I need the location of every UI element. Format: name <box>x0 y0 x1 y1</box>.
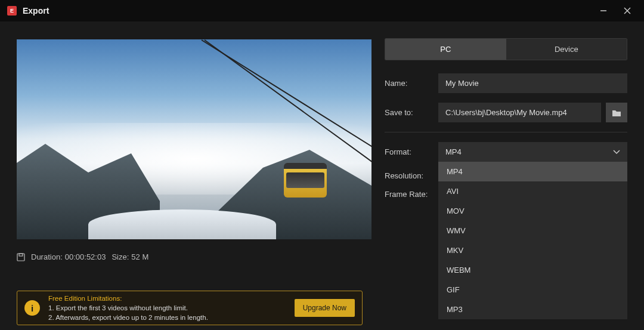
limitation-line-1: 1. Export the first 3 videos without len… <box>48 303 286 313</box>
svg-rect-3 <box>17 254 24 261</box>
video-preview <box>17 39 371 239</box>
format-option-mov[interactable]: MOV <box>438 201 627 221</box>
format-value: MP4 <box>445 147 462 156</box>
size-value: 52 M <box>131 252 148 261</box>
size-label: Size: <box>112 252 129 261</box>
minimize-button[interactable] <box>592 0 615 21</box>
duration-value: 00:00:52:03 <box>65 252 106 261</box>
limitation-line-2: 2. Afterwards, export video up to 2 minu… <box>48 313 286 322</box>
format-option-mp3[interactable]: MP3 <box>438 300 627 319</box>
svg-rect-4 <box>19 254 23 256</box>
framerate-label: Frame Rate: <box>385 190 430 199</box>
folder-icon <box>612 109 621 117</box>
save-path-input[interactable] <box>438 103 601 122</box>
format-option-mkv[interactable]: MKV <box>438 240 627 260</box>
upgrade-button[interactable]: Upgrade Now <box>295 299 355 317</box>
duration-label: Duration: <box>31 252 63 261</box>
limitation-notice: i Free Edition Limitations: 1. Export th… <box>17 291 363 325</box>
info-icon: i <box>24 300 40 316</box>
duration-info: Duration: 00:00:52:03 Size: 52 M <box>17 252 373 261</box>
save-disk-icon <box>17 253 25 261</box>
format-select[interactable]: MP4 MP4AVIMOVWMVMKVWEBMGIFMP3 <box>438 142 627 162</box>
format-option-wmv[interactable]: WMV <box>438 221 627 240</box>
titlebar: E Export <box>0 0 644 21</box>
format-label: Format: <box>385 147 430 156</box>
format-option-webm[interactable]: WEBM <box>438 260 627 280</box>
name-label: Name: <box>385 79 430 88</box>
close-button[interactable] <box>615 0 639 21</box>
browse-button[interactable] <box>606 103 627 122</box>
window-title: Export <box>23 6 49 16</box>
format-dropdown: MP4AVIMOVWMVMKVWEBMGIFMP3 <box>438 162 627 319</box>
tab-pc[interactable]: PC <box>385 39 506 60</box>
limitation-title: Free Edition Limitations: <box>48 294 286 303</box>
divider <box>385 132 627 132</box>
format-option-mp4[interactable]: MP4 <box>438 162 627 181</box>
export-target-tabs: PC Device <box>385 38 627 60</box>
chevron-down-icon <box>613 150 620 155</box>
app-icon: E <box>7 6 17 16</box>
format-option-gif[interactable]: GIF <box>438 280 627 300</box>
resolution-label: Resolution: <box>385 171 430 180</box>
tab-device[interactable]: Device <box>506 39 627 60</box>
name-input[interactable] <box>438 73 627 93</box>
save-to-label: Save to: <box>385 108 430 117</box>
format-option-avi[interactable]: AVI <box>438 181 627 201</box>
